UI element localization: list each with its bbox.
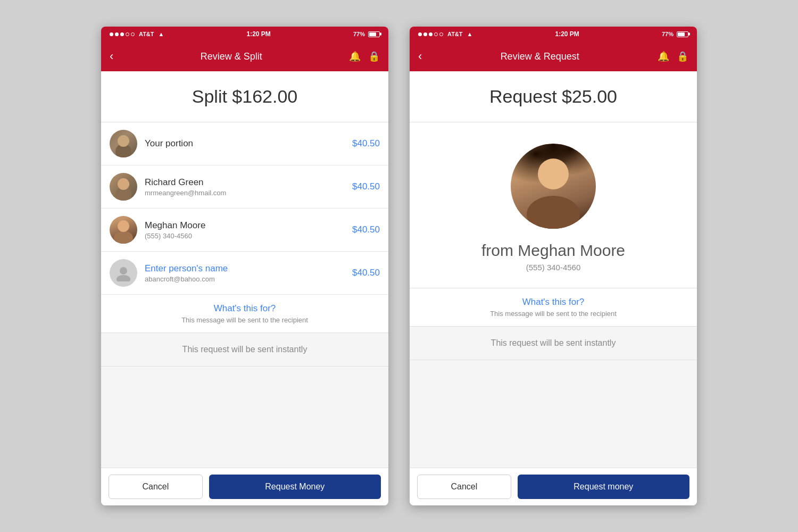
time-label-right: 1:20 PM [555,30,579,38]
dot1 [110,32,113,36]
amount-header-left: Split $162.00 [101,71,388,122]
person-amount-1: $40.50 [352,181,380,192]
battery-icon-right [677,31,688,37]
person-row-1[interactable]: Richard Green mrmeangreen@hmail.com $40.… [101,165,388,209]
person-sub-2: (555) 340-4560 [145,232,345,240]
wifi-icon-right: ▲ [467,31,473,37]
send-instantly-text-left: This request will be sent instantly [182,345,307,354]
person-info-3: Enter person's name abancroft@bahoo.com [145,263,345,283]
person-name-3[interactable]: Enter person's name [145,263,345,274]
dot4 [126,32,129,36]
person-name-0: Your portion [145,138,345,149]
avatar-meghan [110,216,137,244]
whats-for-right[interactable]: What's this for? This message will be se… [410,288,697,327]
nav-bar-left: ‹ Review & Split 🔔 🔒 [101,41,388,71]
battery-body-right [677,31,688,37]
whats-for-title-left: What's this for? [112,303,378,314]
battery-fill [369,32,377,36]
rdot3 [429,32,433,36]
dot3 [120,32,124,36]
person-row-2[interactable]: Meghan Moore (555) 340-4560 $40.50 [101,209,388,252]
battery-area-left: 77% [353,31,380,37]
rdot4 [434,32,438,36]
battery-body [368,31,380,37]
wifi-icon: ▲ [159,31,164,37]
rdot2 [423,32,427,36]
bottom-actions-left: Cancel Request Money [101,468,388,505]
whats-for-title-right: What's this for? [420,297,686,307]
lock-icon-right[interactable]: 🔒 [677,51,688,62]
battery-fill-right [678,32,685,36]
status-bar-left: AT&T ▲ 1:20 PM 77% [101,27,388,41]
person-row-3[interactable]: Enter person's name abancroft@bahoo.com … [101,252,388,295]
amount-text-right: Request $25.00 [489,86,617,106]
hair-detail [511,144,596,195]
status-right-left: AT&T ▲ [418,31,472,37]
avatar-richard [110,173,137,201]
avatar-placeholder [110,259,137,287]
back-button-right[interactable]: ‹ [418,49,422,63]
from-phone-label: (555) 340-4560 [526,263,581,272]
request-money-button-right[interactable]: Request money [518,475,689,499]
profile-section: from Meghan Moore (555) 340-4560 [410,122,697,288]
signal-dots [110,32,135,36]
person-info-1: Richard Green mrmeangreen@hmail.com [145,177,345,197]
time-label-left: 1:20 PM [247,30,271,38]
carrier-label-right: AT&T [447,31,463,37]
send-instantly-text-right: This request will be sent instantly [491,338,616,347]
right-phone: AT&T ▲ 1:20 PM 77% ‹ Review & Request 🔔 … [410,27,697,505]
bell-icon-right[interactable]: 🔔 [658,51,669,62]
person-row-0[interactable]: Your portion $40.50 [101,122,388,165]
bottom-actions-right: Cancel Request money [410,468,697,505]
person-name-2: Meghan Moore [145,220,345,231]
whats-for-left[interactable]: What's this for? This message will be se… [101,295,388,333]
rdot1 [418,32,422,36]
battery-icon-left [368,31,380,37]
nav-icons-left: 🔔 🔒 [349,51,380,62]
nav-bar-right: ‹ Review & Request 🔔 🔒 [410,41,697,71]
svg-point-0 [120,267,127,275]
person-amount-3: $40.50 [352,268,380,278]
bell-icon-left[interactable]: 🔔 [349,51,361,62]
svg-point-1 [117,275,130,281]
amount-text-left: Split $162.00 [192,86,298,106]
cancel-button-right[interactable]: Cancel [417,475,511,499]
battery-percent-right: 77% [662,31,674,37]
whats-for-sub-left: This message will be sent to the recipie… [112,316,378,324]
nav-title-right: Review & Request [501,51,579,62]
from-name-label: from Meghan Moore [481,242,625,260]
battery-percent-left: 77% [353,31,365,37]
rdot5 [439,32,443,36]
status-left: AT&T ▲ [110,31,164,37]
dot5 [131,32,135,36]
send-instantly-left: This request will be sent instantly [101,333,388,367]
carrier-label: AT&T [139,31,154,37]
dot2 [115,32,119,36]
status-bar-right: AT&T ▲ 1:20 PM 77% [410,27,697,41]
lock-icon-left[interactable]: 🔒 [368,51,380,62]
nav-icons-right: 🔔 🔒 [658,51,688,62]
request-money-button-left[interactable]: Request Money [209,475,381,499]
left-phone: AT&T ▲ 1:20 PM 77% ‹ Review & Split 🔔 🔒 … [101,27,388,505]
person-amount-0: $40.50 [352,138,380,149]
content-right: Request $25.00 from Meghan Moore (555) 3… [410,71,697,468]
send-instantly-right: This request will be sent instantly [410,327,697,360]
person-info-0: Your portion [145,138,345,149]
battery-area-right: 77% [662,31,688,37]
person-sub-3: abancroft@bahoo.com [145,275,345,283]
content-left: Split $162.00 Your portion $40.50 Richar… [101,71,388,468]
signal-dots-right [418,32,443,36]
large-avatar-meghan [511,144,596,229]
whats-for-sub-right: This message will be sent to the recipie… [420,310,686,318]
person-sub-1: mrmeangreen@hmail.com [145,189,345,197]
back-button-left[interactable]: ‹ [110,49,113,63]
person-amount-2: $40.50 [352,225,380,235]
nav-title-left: Review & Split [201,51,262,62]
person-name-1: Richard Green [145,177,345,188]
person-info-2: Meghan Moore (555) 340-4560 [145,220,345,240]
avatar-user [110,130,137,157]
cancel-button-left[interactable]: Cancel [109,475,203,499]
amount-header-right: Request $25.00 [410,71,697,122]
